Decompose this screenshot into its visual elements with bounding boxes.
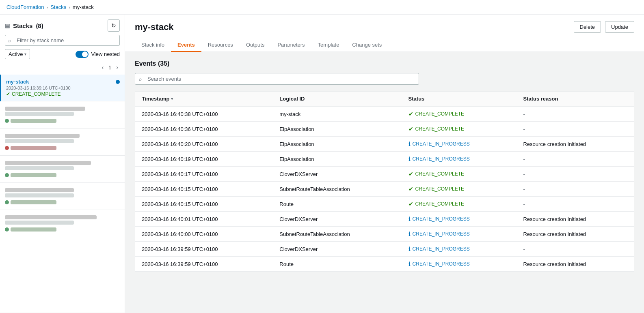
status-complete-icon: ✔ [408, 201, 413, 207]
status-progress-text: CREATE_IN_PROGRESS [413, 231, 470, 237]
sidebar-search-input[interactable] [5, 35, 120, 46]
cell-status-reason: Resource creation Initiated [516, 257, 634, 272]
breadcrumb: CloudFormation › Stacks › my-stack [0, 0, 644, 15]
filter-row: Active ▾ View nested [0, 49, 125, 62]
cell-logical-id: EipAssociation [273, 122, 402, 137]
tab-parameters[interactable]: Parameters [271, 39, 311, 52]
cell-logical-id: Route [273, 197, 402, 212]
active-filter-dropdown[interactable]: Active ▾ [5, 49, 30, 59]
cell-status: ✔CREATE_COMPLETE [402, 182, 517, 197]
main-title-row: my-stack Delete Update [135, 21, 634, 33]
breadcrumb-sep-1: › [47, 5, 48, 10]
events-search-icon: ⌕ [139, 76, 142, 82]
stack-item-blurred-4[interactable] [0, 183, 125, 210]
sidebar-pagination: ‹ 1 › [0, 62, 125, 75]
cell-timestamp: 2020-03-16 16:40:36 UTC+0100 [135, 122, 273, 137]
update-button[interactable]: Update [605, 21, 634, 33]
cell-status-reason: - [516, 197, 634, 212]
events-heading: Events (35) [135, 60, 634, 67]
cell-timestamp: 2020-03-16 16:40:20 UTC+0100 [135, 137, 273, 152]
cell-status: ℹCREATE_IN_PROGRESS [402, 227, 517, 242]
cell-status: ℹCREATE_IN_PROGRESS [402, 212, 517, 227]
status-progress-text: CREATE_IN_PROGRESS [413, 156, 470, 162]
sidebar: ▤ Stacks (8) ↻ ⌕ Active ▾ View nested [0, 15, 125, 313]
main-content: my-stack Delete Update Stack info Events… [125, 15, 644, 313]
delete-button[interactable]: Delete [574, 21, 601, 33]
cell-status-reason: - [516, 242, 634, 257]
status-complete-text: CREATE_COMPLETE [415, 126, 464, 132]
status-progress-text: CREATE_IN_PROGRESS [413, 141, 470, 147]
cell-logical-id: SubnetRouteTableAssociation [273, 182, 402, 197]
tab-outputs[interactable]: Outputs [240, 39, 271, 52]
main-header: my-stack Delete Update Stack info Events… [125, 15, 644, 52]
sidebar-title-text: Stacks [13, 22, 32, 29]
status-complete-text: CREATE_COMPLETE [415, 111, 464, 117]
status-progress-text: CREATE_IN_PROGRESS [413, 261, 470, 267]
cell-timestamp: 2020-03-16 16:40:19 UTC+0100 [135, 152, 273, 167]
cell-status: ✔CREATE_COMPLETE [402, 106, 517, 122]
table-row: 2020-03-16 16:39:59 UTC+0100CloverDXServ… [135, 242, 634, 257]
breadcrumb-current: my-stack [73, 4, 94, 10]
dropdown-arrow-icon: ▾ [24, 52, 26, 56]
cell-logical-id: CloverDXServer [273, 212, 402, 227]
sidebar-search-icon: ⌕ [8, 38, 11, 43]
cell-logical-id: SubnetRouteTableAssociation [273, 227, 402, 242]
tab-resources[interactable]: Resources [201, 39, 240, 52]
status-progress-icon: ℹ [408, 156, 411, 162]
cell-timestamp: 2020-03-16 16:39:59 UTC+0100 [135, 242, 273, 257]
status-complete-icon: ✔ [408, 126, 413, 132]
stack-item-blurred-1[interactable] [0, 101, 125, 129]
cell-status-reason: - [516, 167, 634, 182]
cell-logical-id: my-stack [273, 106, 402, 122]
breadcrumb-cloudformation[interactable]: CloudFormation [6, 4, 44, 10]
cell-timestamp: 2020-03-16 16:40:15 UTC+0100 [135, 182, 273, 197]
pagination-next-button[interactable]: › [115, 63, 120, 71]
table-row: 2020-03-16 16:40:19 UTC+0100EipAssociati… [135, 152, 634, 167]
tab-events[interactable]: Events [171, 39, 201, 52]
stack-item-blurred-2[interactable] [0, 129, 125, 156]
sidebar-toggle-icon[interactable]: ▤ [5, 23, 10, 29]
nested-toggle-switch[interactable] [76, 51, 89, 58]
cell-status-reason: - [516, 152, 634, 167]
refresh-icon: ↻ [111, 22, 116, 29]
breadcrumb-stacks[interactable]: Stacks [50, 4, 66, 10]
stack-item-date: 2020-03-16 16:39:16 UTC+0100 [6, 86, 120, 90]
stack-list: my-stack 2020-03-16 16:39:16 UTC+0100 ✔ … [0, 75, 125, 313]
table-row: 2020-03-16 16:40:00 UTC+0100SubnetRouteT… [135, 227, 634, 242]
stack-item-blurred-3[interactable] [0, 156, 125, 183]
cell-logical-id: EipAssociation [273, 152, 402, 167]
stack-selected-indicator [116, 80, 120, 84]
stack-item-blurred-5[interactable] [0, 210, 125, 237]
tab-change-sets[interactable]: Change sets [346, 39, 388, 52]
tabs: Stack info Events Resources Outputs Para… [135, 39, 634, 51]
pagination-prev-button[interactable]: ‹ [100, 63, 105, 71]
cell-status-reason: - [516, 106, 634, 122]
cell-status: ℹCREATE_IN_PROGRESS [402, 152, 517, 167]
table-row: 2020-03-16 16:40:36 UTC+0100EipAssociati… [135, 122, 634, 137]
page-title: my-stack [135, 22, 173, 32]
tab-template[interactable]: Template [311, 39, 346, 52]
cell-timestamp: 2020-03-16 16:40:38 UTC+0100 [135, 106, 273, 122]
pagination-page-num: 1 [108, 64, 111, 71]
cell-status-reason: Resource creation Initiated [516, 137, 634, 152]
status-complete-icon: ✔ [408, 111, 413, 117]
cell-logical-id: Route [273, 257, 402, 272]
cell-logical-id: CloverDXServer [273, 242, 402, 257]
breadcrumb-sep-2: › [69, 5, 70, 10]
col-header-status-reason[interactable]: Status reason [516, 92, 634, 107]
events-search-input[interactable] [135, 73, 419, 85]
status-complete-text: CREATE_COMPLETE [415, 186, 464, 192]
stack-item-my-stack[interactable]: my-stack 2020-03-16 16:39:16 UTC+0100 ✔ … [0, 75, 125, 101]
cell-status-reason: Resource creation Initiated [516, 227, 634, 242]
cell-status: ✔CREATE_COMPLETE [402, 167, 517, 182]
table-row: 2020-03-16 16:40:20 UTC+0100EipAssociati… [135, 137, 634, 152]
table-row: 2020-03-16 16:40:38 UTC+0100my-stack✔CRE… [135, 106, 634, 122]
refresh-button[interactable]: ↻ [108, 19, 120, 32]
cell-status: ✔CREATE_COMPLETE [402, 122, 517, 137]
tab-stack-info[interactable]: Stack info [135, 39, 171, 52]
sidebar-title: ▤ Stacks (8) [5, 22, 43, 29]
col-header-timestamp[interactable]: Timestamp ▾ [135, 92, 273, 107]
header-actions: Delete Update [574, 21, 635, 33]
col-header-status[interactable]: Status [402, 92, 517, 107]
col-header-logical-id[interactable]: Logical ID [273, 92, 402, 107]
